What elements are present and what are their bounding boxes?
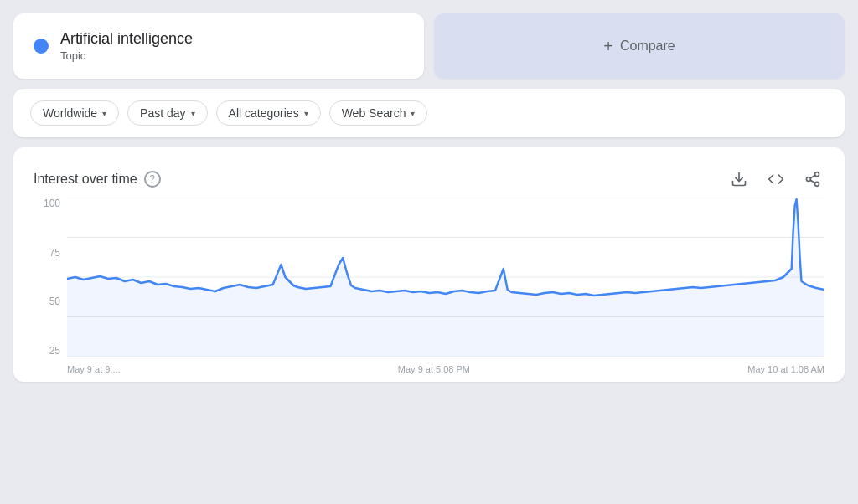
embed-button[interactable] <box>764 167 788 191</box>
filters-bar: Worldwide ▾ Past day ▾ All categories ▾ … <box>13 89 845 137</box>
chevron-down-icon: ▾ <box>191 109 195 118</box>
svg-line-5 <box>810 175 815 177</box>
filter-worldwide[interactable]: Worldwide ▾ <box>30 100 119 126</box>
x-axis: May 9 at 9:... May 9 at 5:08 PM May 10 a… <box>67 357 824 382</box>
filter-web-search[interactable]: Web Search ▾ <box>329 100 428 126</box>
chart-header: Interest over time ? <box>34 167 824 191</box>
compare-plus-icon: + <box>603 37 613 56</box>
compare-label: Compare <box>620 39 675 54</box>
chart-svg-area <box>67 198 824 357</box>
help-icon[interactable]: ? <box>144 171 161 188</box>
y-axis: 100 75 50 25 <box>34 198 67 357</box>
download-button[interactable] <box>727 167 751 191</box>
filter-web-search-label: Web Search <box>342 106 406 120</box>
filter-worldwide-label: Worldwide <box>43 106 97 120</box>
trend-svg <box>67 198 824 357</box>
topic-type: Topic <box>60 49 193 62</box>
chart-title-group: Interest over time ? <box>34 171 161 188</box>
x-label-mid: May 9 at 5:08 PM <box>398 364 470 374</box>
download-icon <box>731 171 747 188</box>
y-label-25: 25 <box>34 345 67 357</box>
filter-all-categories-label: All categories <box>229 106 299 120</box>
interest-over-time-card: Interest over time ? 100 75 50 25 <box>13 147 845 382</box>
share-icon <box>804 171 821 188</box>
svg-line-4 <box>810 180 815 183</box>
chevron-down-icon: ▾ <box>102 109 106 118</box>
y-label-100: 100 <box>34 198 67 209</box>
share-button[interactable] <box>801 167 824 191</box>
filter-past-day-label: Past day <box>140 106 185 120</box>
filter-past-day[interactable]: Past day ▾ <box>127 100 207 126</box>
x-label-end: May 10 at 1:08 AM <box>747 364 824 374</box>
chevron-down-icon: ▾ <box>304 109 308 118</box>
topic-dot-indicator <box>34 39 49 54</box>
chart-title: Interest over time <box>34 172 137 187</box>
y-label-75: 75 <box>34 247 67 259</box>
topic-name: Artificial intelligence <box>60 30 193 48</box>
x-label-start: May 9 at 9:... <box>67 364 121 374</box>
chart-actions <box>727 167 824 191</box>
filter-all-categories[interactable]: All categories ▾ <box>216 100 321 126</box>
chart-container: 100 75 50 25 May 9 at 9:... May 9 at <box>34 198 824 382</box>
topic-card: Artificial intelligence Topic <box>13 13 424 79</box>
chevron-down-icon: ▾ <box>411 109 415 118</box>
compare-button[interactable]: + Compare <box>434 13 845 79</box>
code-icon <box>768 171 784 188</box>
topic-info: Artificial intelligence Topic <box>60 30 193 62</box>
y-label-50: 50 <box>34 296 67 307</box>
